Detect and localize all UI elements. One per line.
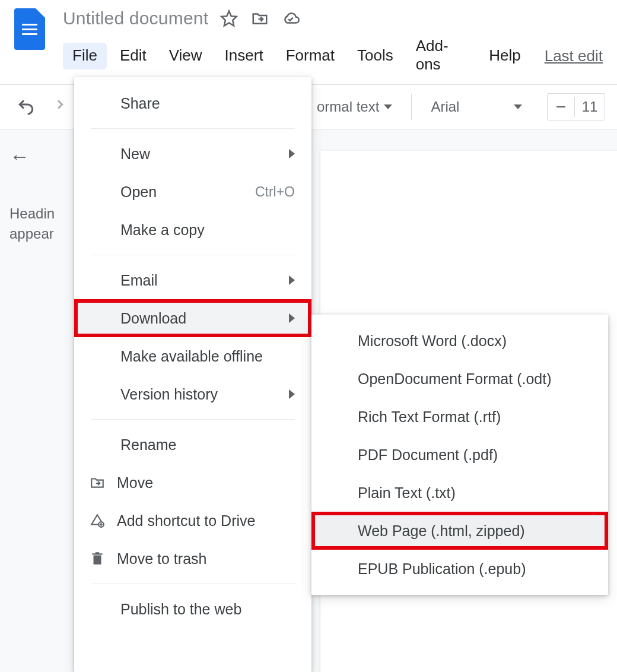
download-option-pdf[interactable]: PDF Document (.pdf)	[311, 436, 608, 474]
menu-separator	[91, 255, 295, 255]
download-option-rtf-label: Rich Text Format (.rtf)	[326, 408, 591, 426]
submenu-caret-icon	[289, 313, 295, 323]
file-menu-publish-label: Publish to the web	[88, 601, 295, 618]
download-option-pdf-label: PDF Document (.pdf)	[326, 446, 591, 464]
menu-separator	[91, 128, 295, 129]
title-block: Untitled document File Edit View Insert …	[63, 8, 603, 78]
menu-help[interactable]: Help	[479, 43, 530, 69]
chevron-down-icon	[384, 104, 392, 109]
font-size-stepper[interactable]: − 11	[547, 93, 605, 121]
menubar: File Edit View Insert Format Tools Add-o…	[63, 31, 603, 78]
download-option-docx-label: Microsoft Word (.docx)	[326, 332, 591, 350]
star-icon[interactable]	[220, 9, 238, 27]
file-menu-share-label: Share	[88, 95, 295, 112]
file-menu-shortcut-label: Add shortcut to Drive	[106, 512, 295, 530]
download-option-html[interactable]: Web Page (.html, zipped)	[311, 512, 608, 550]
docs-logo-lines-icon	[22, 24, 37, 35]
download-option-docx[interactable]: Microsoft Word (.docx)	[311, 322, 608, 360]
docs-logo[interactable]	[14, 8, 45, 50]
svg-marker-0	[222, 11, 237, 26]
menu-separator	[91, 584, 295, 584]
download-option-epub[interactable]: EPUB Publication (.epub)	[311, 550, 608, 588]
submenu-caret-icon	[289, 149, 295, 159]
undo-icon[interactable]	[17, 97, 36, 116]
file-menu-rename-label: Rename	[88, 436, 295, 454]
doc-title[interactable]: Untitled document	[63, 8, 208, 28]
last-edit-link[interactable]: Last edit	[545, 47, 603, 65]
file-menu-new-label: New	[88, 145, 289, 163]
menu-format[interactable]: Format	[276, 43, 344, 69]
file-menu-open-shortcut: Ctrl+O	[255, 184, 295, 200]
file-menu-new[interactable]: New	[74, 135, 311, 173]
title-icons	[220, 9, 300, 27]
file-menu-version-history[interactable]: Version history	[74, 375, 311, 413]
menu-addons[interactable]: Add-ons	[406, 33, 476, 78]
file-menu-move-to-trash[interactable]: Move to trash	[74, 540, 311, 578]
menu-insert[interactable]: Insert	[215, 43, 273, 69]
font-size-value[interactable]: 11	[575, 99, 605, 115]
menu-tools[interactable]: Tools	[348, 43, 403, 69]
file-menu-download-label: Download	[88, 310, 289, 327]
outline-text-line2: appear	[9, 224, 68, 244]
file-menu-add-shortcut[interactable]: Add shortcut to Drive	[74, 502, 311, 540]
folder-move-icon	[88, 475, 106, 490]
file-menu-make-copy-label: Make a copy	[88, 221, 295, 239]
font-family-dropdown[interactable]: Arial	[426, 95, 527, 119]
file-menu-publish[interactable]: Publish to the web	[74, 590, 311, 628]
download-option-odt[interactable]: OpenDocument Format (.odt)	[311, 360, 608, 398]
download-option-txt[interactable]: Plain Text (.txt)	[311, 474, 608, 512]
file-menu-move[interactable]: Move	[74, 464, 311, 502]
download-submenu: Microsoft Word (.docx) OpenDocument Form…	[311, 315, 608, 595]
menu-file[interactable]: File	[63, 43, 107, 69]
menu-view[interactable]: View	[160, 43, 212, 69]
redo-icon[interactable]	[46, 97, 65, 116]
toolbar-separator	[411, 94, 412, 120]
file-menu-download[interactable]: Download	[74, 299, 311, 337]
download-option-odt-label: OpenDocument Format (.odt)	[326, 370, 591, 388]
header: Untitled document File Edit View Insert …	[0, 0, 617, 78]
file-menu-trash-label: Move to trash	[106, 550, 295, 568]
file-menu-version-label: Version history	[88, 386, 289, 403]
drive-shortcut-icon	[88, 513, 106, 528]
download-option-rtf[interactable]: Rich Text Format (.rtf)	[311, 398, 608, 436]
title-row: Untitled document	[63, 8, 603, 28]
file-menu-share[interactable]: Share	[74, 84, 311, 122]
submenu-caret-icon	[289, 389, 295, 399]
file-menu-email[interactable]: Email	[74, 261, 311, 299]
font-size-decrease[interactable]: −	[548, 97, 575, 117]
font-family-label: Arial	[431, 99, 459, 115]
file-menu-dropdown: Share New OpenCtrl+O Make a copy Email D…	[74, 77, 311, 672]
paragraph-style-label: ormal text	[317, 99, 379, 115]
paragraph-style-dropdown[interactable]: ormal text	[312, 95, 397, 119]
file-menu-email-label: Email	[88, 272, 289, 289]
move-to-folder-icon[interactable]	[251, 9, 269, 27]
chevron-down-icon	[514, 104, 522, 109]
file-menu-offline-label: Make available offline	[88, 348, 295, 365]
download-option-html-label: Web Page (.html, zipped)	[326, 522, 591, 540]
download-option-txt-label: Plain Text (.txt)	[326, 484, 591, 502]
download-option-epub-label: EPUB Publication (.epub)	[326, 560, 591, 578]
file-menu-rename[interactable]: Rename	[74, 426, 311, 464]
file-menu-make-copy[interactable]: Make a copy	[74, 211, 311, 249]
submenu-caret-icon	[289, 275, 295, 285]
outline-pane: ← Headin appear	[0, 129, 77, 672]
trash-icon	[88, 551, 106, 566]
cloud-saved-icon[interactable]	[282, 9, 300, 27]
outline-collapse-icon[interactable]: ←	[9, 145, 68, 168]
file-menu-move-label: Move	[106, 474, 295, 492]
menu-separator	[91, 419, 295, 420]
outline-text-line1: Headin	[9, 204, 68, 224]
file-menu-open[interactable]: OpenCtrl+O	[74, 173, 311, 211]
file-menu-make-available-offline[interactable]: Make available offline	[74, 337, 311, 375]
menu-edit[interactable]: Edit	[110, 43, 156, 69]
file-menu-open-label: Open	[88, 183, 255, 201]
outline-placeholder: Headin appear	[9, 204, 68, 243]
